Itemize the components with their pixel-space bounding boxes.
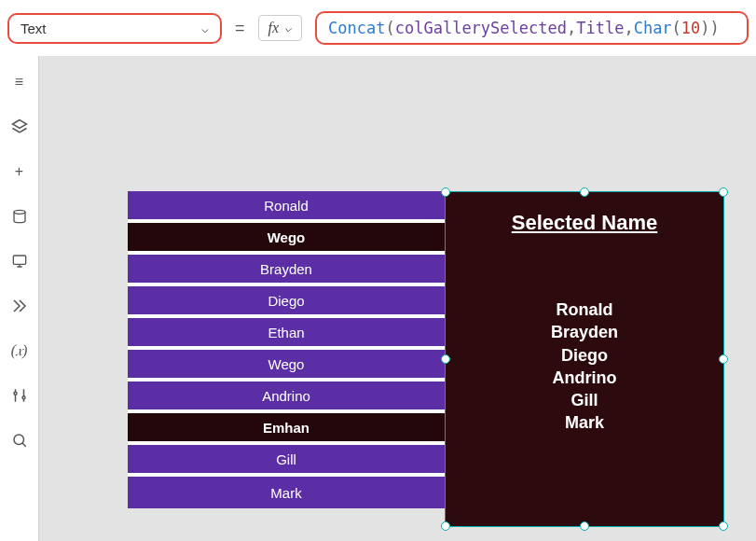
gallery-row[interactable]: Emhan [128, 413, 445, 445]
formula-token: ) [710, 19, 720, 37]
gallery-row[interactable]: Gill [128, 445, 445, 477]
formula-token: 10 [681, 19, 700, 37]
formula-token: , [567, 19, 576, 37]
resize-handle[interactable] [719, 187, 728, 197]
gallery-row-label: Ronald [264, 198, 309, 214]
selected-names-text: Ronald Brayden Diego Andrino Gill Mark [446, 298, 723, 435]
svg-line-6 [22, 443, 26, 447]
chevron-down-icon: ⌵ [284, 21, 292, 35]
resize-handle[interactable] [580, 521, 589, 531]
gallery-row-label: Emhan [263, 420, 309, 436]
gallery-row[interactable]: Brayden [128, 255, 445, 286]
property-selector-label: Text [21, 21, 47, 36]
svg-point-3 [14, 392, 17, 395]
gallery-row-label: Wego [268, 356, 305, 372]
fx-label: fx [268, 20, 280, 36]
gallery-row[interactable]: Diego [128, 286, 445, 318]
variables-icon[interactable]: (𝑥) [10, 341, 29, 360]
tools-icon[interactable] [10, 386, 29, 405]
search-icon[interactable] [10, 431, 29, 450]
svg-point-5 [14, 435, 24, 445]
layers-icon[interactable] [10, 118, 29, 136]
resize-handle[interactable] [441, 521, 450, 531]
flows-icon[interactable] [10, 297, 29, 315]
insert-icon[interactable]: + [10, 162, 29, 181]
selected-panel[interactable]: Selected Name Ronald Brayden Diego Andri… [445, 191, 724, 527]
formula-token: Title [576, 19, 624, 37]
gallery-row-label: Ethan [268, 325, 304, 340]
svg-point-1 [14, 210, 25, 214]
gallery-row[interactable]: Ethan [128, 318, 445, 350]
formula-token: , [624, 19, 633, 37]
fx-button[interactable]: fx ⌵ [258, 15, 303, 41]
formula-token: Concat [328, 19, 385, 37]
gallery-row[interactable]: Mark [128, 477, 445, 508]
gallery-row[interactable]: Wego [128, 223, 445, 255]
gallery-row-label: Mark [270, 485, 301, 501]
media-icon[interactable] [10, 252, 29, 270]
formula-token: Char [634, 19, 672, 37]
gallery-row-label: Wego [268, 229, 306, 245]
data-icon[interactable] [10, 207, 29, 226]
canvas[interactable]: RonaldWegoBraydenDiegoEthanWegoAndrinoEm… [39, 56, 756, 541]
resize-handle[interactable] [441, 187, 450, 197]
svg-rect-2 [13, 256, 25, 264]
formula-token: ( [385, 19, 394, 37]
tree-view-icon[interactable]: ≡ [10, 73, 29, 91]
gallery-row[interactable]: Wego [128, 350, 445, 381]
formula-toolbar: Text ⌵ = fx ⌵ Concat(colGallerySelected,… [0, 0, 756, 57]
resize-handle[interactable] [441, 354, 450, 364]
gallery-row[interactable]: Ronald [128, 191, 445, 223]
resize-handle[interactable] [580, 187, 589, 197]
panel-title: Selected Name [446, 211, 723, 235]
formula-token: colGallerySelected [395, 19, 567, 37]
formula-bar[interactable]: Concat(colGallerySelected,Title,Char(10)… [315, 11, 749, 45]
svg-point-4 [22, 396, 25, 399]
left-rail: ≡ + (𝑥) [0, 56, 39, 541]
equals-sign: = [235, 19, 245, 38]
svg-marker-0 [12, 120, 26, 129]
resize-handle[interactable] [719, 354, 728, 364]
property-selector[interactable]: Text ⌵ [7, 13, 222, 44]
chevron-down-icon: ⌵ [201, 21, 209, 35]
gallery-row[interactable]: Andrino [128, 381, 445, 413]
gallery-row-label: Diego [268, 293, 304, 309]
gallery-row-label: Gill [276, 451, 296, 467]
formula-token: ) [700, 19, 709, 37]
gallery-list[interactable]: RonaldWegoBraydenDiegoEthanWegoAndrinoEm… [128, 191, 445, 508]
formula-token: ( [672, 19, 681, 37]
gallery-row-label: Brayden [260, 261, 312, 277]
resize-handle[interactable] [719, 521, 728, 531]
gallery-row-label: Andrino [262, 388, 310, 404]
